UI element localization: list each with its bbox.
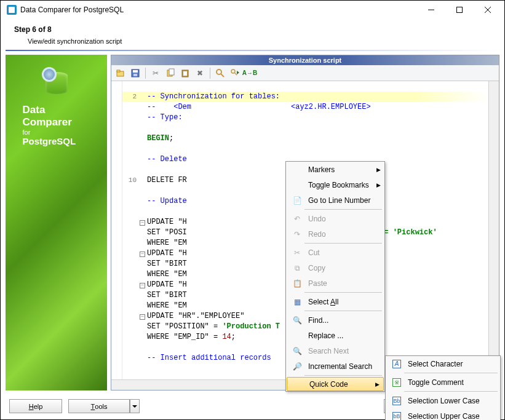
app-window: Data Comparer for PostgreSQL Step 6 of 8… (1, 1, 504, 419)
menu-cut: ✂Cut (286, 245, 384, 260)
redo-icon: ↷ (292, 229, 302, 239)
toolbar-separator (145, 68, 146, 79)
sidebar: Data Comparer for PostgreSQL (6, 55, 107, 390)
menu-separator (304, 243, 382, 244)
submenu-toggle-comment[interactable]: ※Toggle Comment (386, 374, 500, 390)
menu-select-all[interactable]: ▦Select All (286, 294, 384, 309)
svg-rect-1 (457, 7, 463, 13)
svg-rect-7 (133, 70, 138, 73)
editor-pane: Synchronization script ✂ ✖ A→B (111, 55, 499, 390)
titlebar: Data Comparer for PostgreSQL (1, 1, 504, 19)
menu-incremental-search[interactable]: 🔎Incremental Search (286, 359, 384, 374)
product-logo (39, 67, 74, 97)
paste-icon[interactable] (178, 66, 192, 80)
svg-line-16 (234, 73, 237, 75)
help-button[interactable]: Help (9, 399, 62, 413)
undo-icon: ↶ (292, 214, 302, 224)
copy-icon: ⧉ (292, 263, 302, 273)
menu-goto-line[interactable]: 📄Go to Line Number (286, 192, 384, 208)
minimize-button[interactable] (417, 1, 445, 19)
toggle-comment-icon: ※ (392, 378, 401, 387)
svg-rect-12 (183, 71, 187, 76)
copy-icon[interactable] (164, 66, 177, 80)
gutter (111, 81, 122, 379)
submenu-upper-case[interactable]: bBSelection Upper Case (386, 408, 500, 420)
menu-separator (304, 209, 382, 210)
svg-rect-8 (133, 74, 137, 76)
body-area: Data Comparer for PostgreSQL Synchroniza… (6, 55, 499, 390)
svg-rect-10 (169, 69, 174, 75)
incremental-search-icon: 🔎 (292, 362, 302, 371)
maximize-button[interactable] (445, 1, 474, 19)
tools-dropdown-button[interactable] (130, 399, 140, 413)
upper-case-icon: bB (392, 412, 401, 421)
svg-line-14 (221, 74, 224, 77)
fold-toggle[interactable] (140, 283, 145, 288)
window-title: Data Comparer for PostgreSQL (20, 6, 417, 14)
find-icon: 🔍 (292, 315, 302, 325)
menu-markers[interactable]: Markers▶ (286, 162, 384, 177)
open-icon[interactable] (114, 66, 127, 80)
select-all-icon: ▦ (292, 297, 302, 307)
step-title: Step 6 of 8 (14, 25, 491, 34)
goto-line-icon: 📄 (292, 196, 302, 205)
cut-icon: ✂ (292, 248, 302, 258)
submenu-select-character[interactable]: ASelect Character (386, 356, 500, 371)
step-subtitle: View/edit synchronization script (14, 34, 491, 45)
vertical-scrollbar[interactable] (488, 81, 499, 379)
find-next-icon[interactable] (228, 66, 242, 80)
menu-separator (304, 311, 382, 311)
search-next-icon: 🔍 (292, 346, 302, 356)
context-menu: Markers▶ Toggle Bookmarks▶ 📄Go to Line N… (285, 161, 385, 392)
fold-toggle[interactable] (140, 220, 145, 226)
menu-redo: ↷Redo (286, 226, 384, 242)
menu-separator (404, 373, 498, 373)
quick-code-submenu: ASelect Character ※Toggle Comment BbSele… (385, 355, 501, 420)
menu-replace[interactable]: Replace ... (286, 328, 384, 343)
delete-icon[interactable]: ✖ (193, 66, 207, 80)
menu-separator (404, 391, 498, 392)
paste-icon: 📋 (292, 279, 302, 288)
app-icon (7, 5, 17, 15)
cut-icon[interactable]: ✂ (149, 66, 162, 80)
svg-point-13 (217, 69, 221, 74)
fold-toggle[interactable] (140, 314, 145, 320)
menu-separator (304, 375, 382, 376)
lower-case-icon: Bb (392, 397, 401, 405)
menu-quick-code[interactable]: Quick Code▶ (287, 377, 384, 391)
submenu-lower-case[interactable]: BbSelection Lower Case (386, 393, 500, 408)
close-window-button[interactable] (474, 1, 502, 19)
tools-button[interactable]: Tools (68, 399, 130, 413)
replace-icon[interactable]: A→B (243, 66, 256, 80)
pane-title: Synchronization script (111, 55, 499, 65)
toolbar-separator (210, 68, 210, 79)
menu-find[interactable]: 🔍Find... (286, 312, 384, 328)
svg-rect-5 (117, 70, 120, 72)
menu-undo: ↶Undo (286, 211, 384, 226)
select-char-icon: A (392, 360, 401, 368)
find-icon[interactable] (213, 66, 227, 80)
menu-toggle-bookmarks[interactable]: Toggle Bookmarks▶ (286, 177, 384, 192)
menu-search-next: 🔍Search Next (286, 343, 384, 359)
product-name: Data Comparer for PostgreSQL (23, 104, 90, 146)
menu-copy: ⧉Copy (286, 260, 384, 275)
step-header: Step 6 of 8 View/edit synchronization sc… (1, 19, 504, 47)
menu-separator (304, 292, 382, 293)
save-icon[interactable] (129, 66, 142, 80)
fold-toggle[interactable] (140, 252, 145, 257)
step-divider (6, 50, 499, 51)
menu-paste: 📋Paste (286, 275, 384, 291)
editor-toolbar: ✂ ✖ A→B (111, 65, 499, 81)
